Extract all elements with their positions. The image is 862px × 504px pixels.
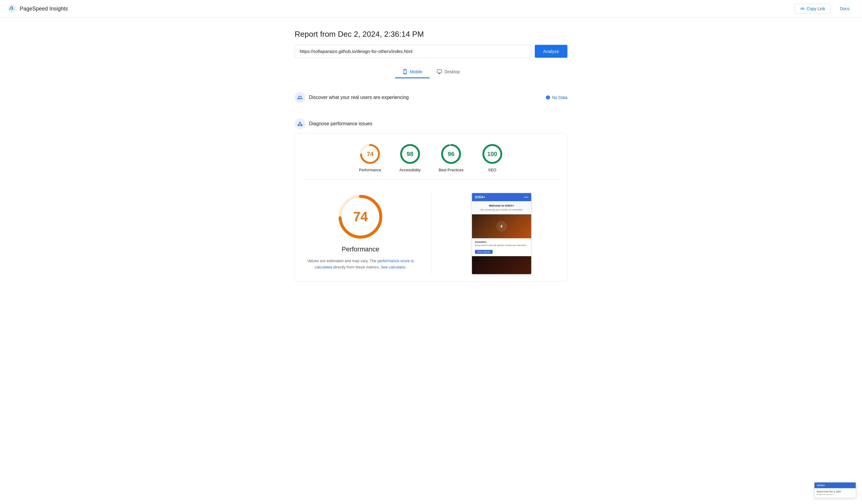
- url-bar: Analyze: [295, 45, 567, 58]
- svg-point-2: [300, 124, 303, 127]
- screenshot-menu-icon: [524, 197, 528, 198]
- accessibility-circle: 98: [399, 143, 421, 165]
- link-icon: [800, 6, 805, 11]
- screenshot-welcome-sub: Your community, your content, our connec…: [475, 208, 528, 211]
- no-data-link[interactable]: No Data: [546, 95, 567, 100]
- mobile-icon: [402, 69, 408, 75]
- performance-big-circle: 74: [337, 193, 384, 241]
- performance-right: SODA+ Welcome to SODA+ Your community, y…: [443, 193, 560, 275]
- calculator-link[interactable]: See calculator.: [381, 265, 406, 269]
- tab-mobile-label: Mobile: [410, 69, 422, 74]
- performance-big-score: 74: [353, 209, 368, 224]
- real-users-icon: [295, 92, 305, 103]
- screenshot-image-1: [472, 214, 531, 238]
- docs-button[interactable]: Docs: [835, 4, 855, 13]
- copy-link-button[interactable]: Copy Link: [794, 3, 831, 14]
- svg-point-1: [11, 6, 13, 8]
- svg-rect-3: [298, 124, 300, 126]
- device-tabs: Mobile Desktop: [295, 66, 567, 78]
- screenshot-image-icon: [496, 220, 508, 232]
- screenshot-caption: Animation Bring stories to life with dyn…: [472, 238, 531, 256]
- best-practices-circle: 96: [440, 143, 462, 165]
- diagnose-icon: [295, 118, 305, 129]
- performance-description: Values are estimated and may vary. The p…: [306, 258, 414, 270]
- performance-score-label: Performance: [359, 168, 381, 172]
- screenshot-topbar-text: SODA+: [475, 196, 485, 199]
- url-input[interactable]: [295, 45, 531, 58]
- diagnose-card: 74 Performance 98 Accessibility: [295, 133, 567, 282]
- score-item-best-practices[interactable]: 96 Best Practices: [439, 143, 463, 172]
- tab-desktop[interactable]: Desktop: [430, 66, 467, 78]
- report-title: Report from Dec 2, 2024, 2:36:14 PM: [295, 30, 567, 39]
- performance-detail-title: Performance: [342, 246, 379, 253]
- best-practices-score-value: 96: [448, 151, 454, 158]
- analyze-button[interactable]: Analyze: [535, 45, 567, 58]
- screenshot-welcome-title: Welcome to SODA+: [475, 204, 528, 207]
- performance-left: 74 Performance Values are estimated and …: [302, 193, 419, 270]
- seo-score-label: SEO: [488, 168, 496, 172]
- screenshot-topbar: SODA+: [472, 193, 531, 201]
- header-actions: Copy Link Docs: [794, 3, 855, 14]
- diagnose-title: Diagnose performance issues: [309, 121, 373, 127]
- screenshot-image-2: [472, 256, 531, 274]
- score-item-seo[interactable]: 100 SEO: [482, 143, 503, 172]
- screenshot-caption-text: Bring stories to life with dynamic visua…: [475, 244, 528, 247]
- pagespeed-logo-icon: [7, 4, 17, 13]
- real-users-section: Discover what your real users are experi…: [295, 88, 567, 107]
- best-practices-score-label: Best Practices: [439, 168, 463, 172]
- app-name: PageSpeed Insights: [20, 6, 68, 12]
- performance-circle: 74: [359, 143, 381, 165]
- accessibility-score-label: Accessibility: [399, 168, 420, 172]
- header: PageSpeed Insights Copy Link Docs: [0, 0, 862, 18]
- screenshot-welcome: Welcome to SODA+ Your community, your co…: [472, 201, 531, 214]
- screenshot-view-channel-button[interactable]: View Channel: [475, 250, 493, 254]
- real-users-header: Discover what your real users are experi…: [295, 88, 567, 107]
- real-users-title: Discover what your real users are experi…: [309, 95, 408, 100]
- performance-score-value: 74: [367, 151, 373, 158]
- diagnose-header: Diagnose performance issues: [295, 114, 567, 133]
- performance-detail: 74 Performance Values are estimated and …: [302, 187, 560, 275]
- real-users-header-left: Discover what your real users are experi…: [295, 92, 408, 103]
- score-item-accessibility[interactable]: 98 Accessibility: [399, 143, 421, 172]
- info-icon: [546, 95, 550, 100]
- vertical-divider: [431, 193, 431, 275]
- score-item-performance[interactable]: 74 Performance: [359, 143, 381, 172]
- seo-score-value: 100: [487, 151, 497, 158]
- scores-row: 74 Performance 98 Accessibility: [302, 143, 560, 180]
- site-screenshot: SODA+ Welcome to SODA+ Your community, y…: [472, 193, 532, 275]
- tab-mobile[interactable]: Mobile: [395, 66, 430, 78]
- accessibility-score-value: 98: [407, 151, 413, 158]
- main-content: Report from Dec 2, 2024, 2:36:14 PM Anal…: [287, 18, 575, 301]
- seo-circle: 100: [482, 143, 503, 165]
- desktop-icon: [437, 69, 442, 75]
- copy-link-label: Copy Link: [807, 6, 825, 11]
- no-data-label: No Data: [552, 95, 567, 100]
- tab-desktop-label: Desktop: [444, 69, 460, 74]
- screenshot-caption-title: Animation: [475, 241, 528, 243]
- diagnose-section: Diagnose performance issues 74 Performan…: [295, 114, 567, 282]
- logo-container: PageSpeed Insights: [7, 4, 68, 13]
